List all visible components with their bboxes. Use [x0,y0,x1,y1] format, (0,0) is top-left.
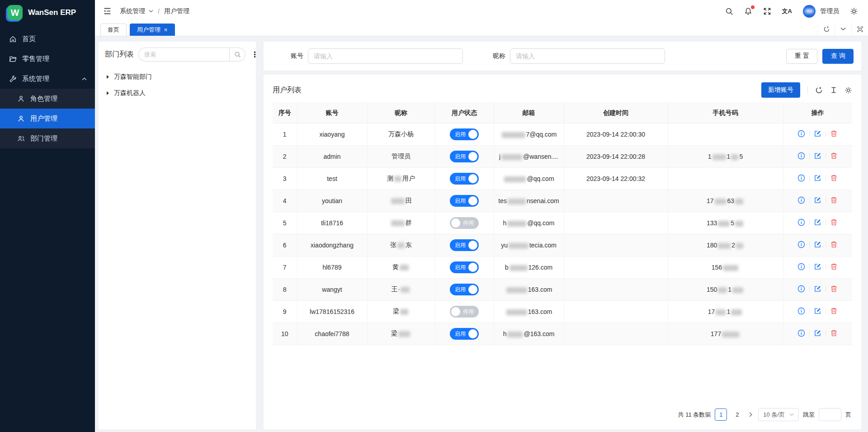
sidebar-item-system[interactable]: 系统管理 [0,69,95,89]
tab-home[interactable]: 首页 [100,24,127,36]
delete-icon[interactable] [830,307,838,315]
tree-item[interactable]: 万森智能部门 [105,69,250,85]
chevron-down-icon[interactable] [835,22,851,36]
caret-right-icon[interactable] [107,91,109,95]
info-icon[interactable] [797,241,805,248]
info-icon[interactable] [797,130,805,138]
settings-icon[interactable] [844,86,852,94]
search-icon[interactable] [725,7,733,15]
page-button-2[interactable]: 2 [731,408,743,421]
delete-icon[interactable] [830,285,838,293]
tree-item[interactable]: 万森机器人 [105,85,250,101]
edit-icon[interactable] [814,241,821,248]
edit-icon[interactable] [814,285,821,293]
refresh-icon[interactable] [818,22,835,36]
add-account-button[interactable]: 新增账号 [761,82,800,98]
info-icon[interactable] [797,285,805,293]
kebab-menu-icon[interactable]: ⋮ [250,50,259,59]
edit-icon[interactable] [814,263,821,271]
info-icon[interactable] [797,174,805,182]
avatar[interactable] [803,5,816,18]
edit-icon[interactable] [814,329,821,337]
table-row: 9lw17816152316梁停用163.com171 [273,301,852,323]
department-search-input[interactable] [138,47,229,62]
status-toggle[interactable]: 启用 [450,128,479,140]
delete-icon[interactable] [830,241,838,248]
maximize-icon[interactable] [851,22,868,36]
text-height-icon[interactable] [830,86,837,94]
right-column: 账号 昵称 重置 查询 用户列表 新增账号 [264,42,861,429]
status-toggle[interactable]: 启用 [450,195,479,207]
divider [826,286,826,292]
sidebar-item-departments[interactable]: 部门管理 [0,128,95,148]
info-icon[interactable] [797,329,805,337]
cell-email: 7@qq.com [494,123,564,146]
cell-actions [783,234,852,256]
cell-status: 启用 [435,256,494,279]
cell-index: 9 [273,301,297,323]
delete-icon[interactable] [830,196,838,204]
sidebar-item-roles[interactable]: 角色管理 [0,89,95,109]
delete-icon[interactable] [830,329,838,337]
search-button[interactable]: 查询 [822,49,854,64]
delete-icon[interactable] [830,263,838,271]
cell-created [564,256,668,279]
delete-icon[interactable] [830,174,838,182]
column-header: 创建时间 [564,103,668,123]
status-toggle[interactable]: 启用 [450,239,479,251]
edit-icon[interactable] [814,218,821,226]
info-icon[interactable] [797,307,805,315]
delete-icon[interactable] [830,152,838,160]
edit-icon[interactable] [814,130,821,138]
settings-icon[interactable] [850,7,858,15]
status-toggle[interactable]: 启用 [450,328,479,340]
translate-icon[interactable]: 文A [782,7,792,15]
refresh-icon[interactable] [815,86,823,94]
status-toggle[interactable]: 启用 [450,173,479,185]
status-toggle[interactable]: 停用 [450,306,479,318]
collapse-sidebar-icon[interactable] [103,7,112,15]
page-button-1[interactable]: 1 [715,408,727,421]
info-icon[interactable] [797,263,805,271]
table-header-row: 序号账号昵称用户状态邮箱创建时间手机号码操作 [273,103,852,123]
delete-icon[interactable] [830,130,838,138]
toggle-knob [468,130,477,139]
edit-icon[interactable] [814,307,821,315]
info-icon[interactable] [797,152,805,160]
next-page-icon[interactable] [747,412,754,417]
edit-icon[interactable] [814,196,821,204]
delete-icon[interactable] [830,218,838,226]
caret-right-icon[interactable] [107,75,109,79]
status-toggle[interactable]: 启用 [450,151,479,162]
redacted-blur [504,176,526,182]
jump-label: 跳至 [803,411,815,419]
close-icon[interactable]: ✕ [164,27,168,33]
fullscreen-icon[interactable] [763,7,771,15]
bell-icon[interactable] [744,7,752,15]
tab-users[interactable]: 用户管理 ✕ [130,24,175,36]
account-input[interactable] [308,48,463,64]
user-name[interactable]: 管理员 [820,7,839,15]
sidebar-item-home[interactable]: 首页 [0,29,95,49]
info-icon[interactable] [797,218,805,226]
status-toggle[interactable]: 启用 [450,284,479,295]
status-toggle[interactable]: 启用 [450,261,479,273]
toggle-knob [468,152,477,161]
edit-icon[interactable] [814,174,821,182]
sidebar-item-label: 用户管理 [30,114,57,123]
jump-page-input[interactable] [819,408,841,421]
breadcrumb-parent[interactable]: 系统管理 [120,7,145,15]
chevron-down-icon [789,413,794,416]
sidebar-item-users[interactable]: 用户管理 [0,109,95,128]
sidebar-item-label: 首页 [22,35,36,43]
sidebar-item-retail[interactable]: 零售管理 [0,49,95,69]
info-icon[interactable] [797,196,805,204]
reset-button[interactable]: 重置 [786,49,817,64]
divider [809,131,810,137]
page-size-select[interactable]: 10 条/页 [758,408,799,421]
nickname-input[interactable] [510,48,665,64]
redacted-blur [398,331,410,337]
status-toggle[interactable]: 停用 [450,217,479,229]
search-icon[interactable] [229,47,245,62]
edit-icon[interactable] [814,152,821,160]
